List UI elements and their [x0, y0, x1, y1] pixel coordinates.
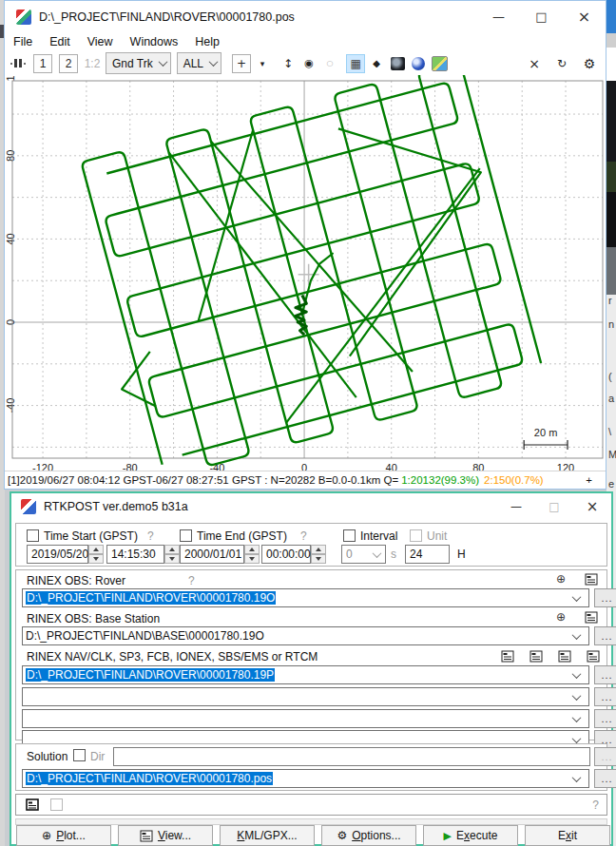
- fit-dropdown-icon[interactable]: ▾: [253, 54, 272, 73]
- maximize-button[interactable]: □: [535, 493, 573, 520]
- base-obs-combobox[interactable]: D:\_PROJECT\FINLAND\BASE\00001780.19O: [22, 626, 589, 645]
- time-start-help[interactable]: ?: [147, 529, 154, 543]
- fit-horizontal-button[interactable]: +: [232, 54, 251, 73]
- view-button[interactable]: View...: [118, 825, 213, 846]
- rinex-rover-label: RINEX OBS: Rover: [27, 574, 125, 587]
- rtkplot-menubar: File Edit View Windows Help: [5, 32, 606, 50]
- kml-gpx-button[interactable]: KML/GPX...: [220, 825, 315, 846]
- minimize-button[interactable]: —: [477, 1, 520, 32]
- background-text-fragment: r: [608, 295, 612, 306]
- nav-file2-combobox[interactable]: [22, 687, 589, 706]
- start-date-field[interactable]: 2019/05/20: [27, 545, 88, 564]
- maximize-button[interactable]: □: [520, 1, 563, 32]
- rinex-base-label: RINEX OBS: Base Station: [27, 612, 160, 625]
- options-button[interactable]: ⚙ Options...: [321, 825, 416, 846]
- position-compass-icon[interactable]: ⊕: [556, 610, 566, 624]
- time-end-checkbox[interactable]: [180, 529, 192, 542]
- close-button[interactable]: ×: [563, 1, 606, 32]
- browse-dir-button[interactable]: ...: [594, 747, 616, 766]
- clear-plot-icon[interactable]: ×: [525, 54, 544, 73]
- browse-solution-button[interactable]: ...: [594, 769, 616, 788]
- exit-button[interactable]: Exit: [525, 825, 610, 846]
- start-time-field[interactable]: 14:15:30: [106, 545, 164, 564]
- close-button[interactable]: ×: [573, 493, 611, 520]
- menu-edit[interactable]: Edit: [41, 35, 79, 48]
- options-gear-icon[interactable]: ⚙: [580, 54, 599, 73]
- plot2-button[interactable]: 2: [59, 54, 78, 73]
- message-help: ?: [592, 798, 599, 812]
- menu-file[interactable]: File: [5, 35, 41, 48]
- browse-rover-button[interactable]: ...: [594, 588, 616, 607]
- rtkplot-titlebar[interactable]: D:\_PROJECT\FINLAND\ROVER\00001780.pos —…: [5, 1, 606, 32]
- chevron-down-icon: [572, 630, 582, 640]
- view-file-icon[interactable]: [587, 650, 600, 663]
- skyplot-image-icon[interactable]: [388, 54, 407, 73]
- solution-dir-field[interactable]: [113, 747, 590, 766]
- unit-checkbox[interactable]: [410, 529, 422, 542]
- view-file-icon[interactable]: [501, 650, 514, 663]
- google-earth-icon[interactable]: [409, 54, 428, 73]
- log-file-icon[interactable]: [26, 798, 39, 811]
- time-start-label: Time Start (GPST): [44, 529, 138, 543]
- fit-vertical-icon[interactable]: ↕: [279, 54, 298, 73]
- rtkpost-titlebar[interactable]: RTKPOST ver.demo5 b31a — □ ×: [11, 493, 611, 520]
- point-style-icon[interactable]: ◆: [367, 54, 386, 73]
- view-file-icon[interactable]: [529, 650, 543, 663]
- position-compass-icon[interactable]: ⊕: [556, 572, 566, 586]
- background-strip: [606, 33, 616, 48]
- end-time-field[interactable]: 00:00:00: [261, 545, 311, 564]
- status-q2-float: 2:150(0.7%): [484, 474, 544, 486]
- menu-view[interactable]: View: [79, 35, 122, 48]
- svg-text:0: 0: [5, 319, 16, 325]
- unit-value-field[interactable]: 24: [405, 545, 450, 564]
- time-start-checkbox[interactable]: [27, 529, 39, 542]
- start-time-spinner[interactable]: [164, 545, 180, 564]
- start-date-spinner[interactable]: [88, 545, 104, 564]
- browse-base-button[interactable]: ...: [594, 626, 616, 645]
- svg-text:-40: -40: [5, 398, 16, 413]
- interval-checkbox[interactable]: [343, 529, 356, 542]
- end-date-spinner[interactable]: [244, 545, 260, 564]
- connect-icon[interactable]: [10, 59, 27, 67]
- nav-file-combobox[interactable]: D:\_PROJECT\FINLAND\ROVER\00001780.19P: [22, 665, 589, 684]
- view-file-icon[interactable]: [585, 611, 598, 624]
- end-date-field[interactable]: 2000/01/01: [180, 545, 244, 564]
- execute-button[interactable]: ▶ Execute: [423, 825, 518, 846]
- solution-dir-checkbox[interactable]: [73, 749, 86, 761]
- time-end-help[interactable]: ?: [300, 529, 307, 543]
- end-time-spinner[interactable]: [311, 545, 326, 564]
- view-file-icon[interactable]: [585, 573, 598, 586]
- plot-globe-icon: ⊕: [42, 829, 51, 842]
- background-strip: [606, 48, 616, 81]
- rtkplot-toolbar: 1 2 1:2 Gnd Trk ALL + ▾ ↕ ◉ ○ ▦ ◆ × ↻ ⚙: [5, 50, 606, 76]
- unit-suffix-label: H: [457, 548, 466, 561]
- chevron-down-icon: [209, 57, 219, 67]
- rtkplot-window: D:\_PROJECT\FINLAND\ROVER\00001780.pos —…: [4, 0, 606, 490]
- message-checkbox[interactable]: [50, 798, 63, 811]
- minimize-button[interactable]: —: [497, 493, 535, 520]
- rover-obs-combobox[interactable]: D:\_PROJECT\FINLAND\ROVER\00001780.19O: [22, 588, 589, 607]
- show-grid-icon[interactable]: ▦: [346, 54, 365, 73]
- plot12-button[interactable]: 1:2: [83, 54, 102, 73]
- chevron-down-icon: [572, 773, 582, 782]
- chevron-down-icon: [572, 669, 582, 679]
- nav-file3-combobox[interactable]: [22, 709, 589, 728]
- plot-type-select[interactable]: Gnd Trk: [106, 52, 171, 74]
- center-origin-icon[interactable]: ◉: [299, 54, 318, 73]
- rinex-rover-help[interactable]: ?: [188, 574, 195, 587]
- browse-nav3-button[interactable]: ...: [594, 709, 616, 728]
- fixed-scale-icon[interactable]: ○: [320, 54, 339, 73]
- plot-button[interactable]: ⊕ Plot...: [16, 825, 111, 846]
- browse-nav-button[interactable]: ...: [594, 665, 616, 684]
- reload-icon[interactable]: ↻: [552, 54, 571, 73]
- solution-file-combobox[interactable]: D:\_PROJECT\FINLAND\ROVER\00001780.pos: [22, 769, 589, 788]
- map-view-icon[interactable]: [430, 54, 449, 73]
- menu-windows[interactable]: Windows: [122, 35, 187, 48]
- satellite-filter-select[interactable]: ALL: [177, 52, 221, 74]
- view-file-icon[interactable]: [558, 650, 571, 663]
- menu-help[interactable]: Help: [186, 35, 228, 48]
- message-panel: ?: [15, 794, 607, 816]
- groundtrack-plot-area[interactable]: -120-80-4004080120-400408012020 m: [5, 75, 606, 471]
- plot1-button[interactable]: 1: [33, 54, 52, 73]
- browse-nav2-button[interactable]: ...: [594, 687, 616, 706]
